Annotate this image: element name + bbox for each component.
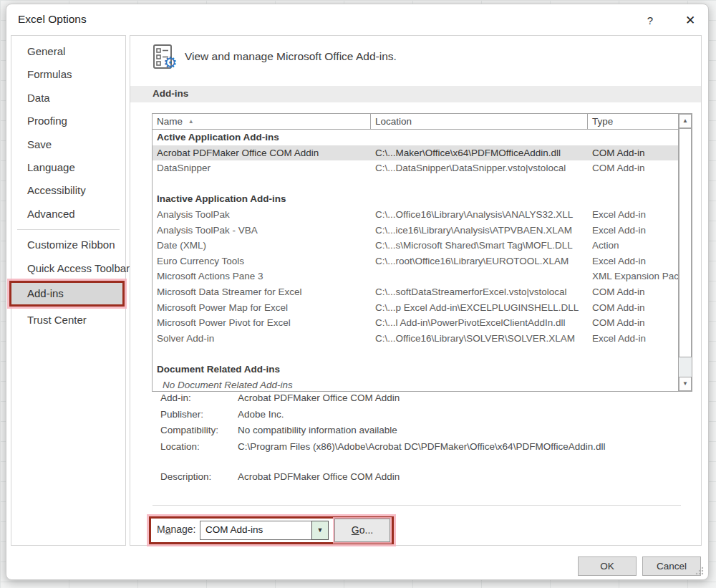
sidebar-item-addins[interactable]: Add-ins	[9, 281, 125, 307]
sidebar-item-addins-wrap: Add-ins	[11, 281, 125, 308]
cell-location: C:\...s\Microsoft Shared\Smart Tag\MOFL.…	[375, 238, 586, 254]
cell-name: Microsoft Power Map for Excel	[157, 300, 369, 316]
cell-type: COM Add-in	[592, 284, 678, 300]
manage-label: Manage:	[157, 524, 196, 535]
group-label: Active Application Add-ins	[157, 130, 369, 145]
sidebar-item-formulas[interactable]: Formulas	[11, 63, 125, 86]
addins-section-bar: Add-ins	[130, 86, 701, 102]
cell-location: C:\...Office16\Library\SOLVER\SOLVER.XLA…	[375, 331, 586, 347]
column-header-location[interactable]: Location	[371, 114, 588, 129]
gear-icon: ⚙	[163, 55, 178, 71]
detail-value: Acrobat PDFMaker Office COM Addin	[238, 390, 400, 407]
detail-row-publisher: Publisher: Adobe Inc.	[130, 407, 701, 423]
group-row: Active Application Add-ins	[153, 130, 678, 145]
scrollbar-down-icon[interactable]: ▼	[679, 377, 692, 391]
sidebar-item-quick-access-toolbar[interactable]: Quick Access Toolbar	[11, 257, 125, 280]
manage-dropdown-value: COM Add-ins	[205, 524, 263, 535]
cell-type: Excel Add-in	[592, 331, 678, 347]
cell-type: COM Add-in	[592, 160, 678, 176]
manage-label-pre: M	[157, 524, 165, 535]
cell-name: Microsoft Data Streamer for Excel	[157, 284, 369, 300]
cell-name: Acrobat PDFMaker Office COM Addin	[157, 145, 369, 161]
manage-separator	[153, 505, 681, 506]
table-row[interactable]: Analysis ToolPak C:\...Office16\Library\…	[153, 207, 678, 223]
manage-label-post: nage:	[170, 524, 195, 535]
table-scrollbar[interactable]: ▲ ▼	[678, 114, 692, 391]
table-row[interactable]: Analysis ToolPak - VBA C:\...ice16\Libra…	[153, 223, 678, 238]
sidebar-divider	[17, 229, 120, 230]
scrollbar-thumb[interactable]	[679, 128, 692, 357]
table-row[interactable]: Date (XML) C:\...s\Microsoft Shared\Smar…	[153, 238, 678, 254]
ok-button[interactable]: OK	[578, 556, 637, 576]
detail-value: Acrobat PDFMaker Office COM Addin	[238, 469, 400, 486]
table-row[interactable]: Microsoft Power Map for Excel C:\...p Ex…	[153, 300, 678, 316]
cell-type: XML Expansion Pack	[592, 269, 678, 284]
cell-name: Analysis ToolPak	[157, 207, 369, 223]
sidebar-item-data[interactable]: Data	[11, 87, 125, 110]
detail-row-description: Description: Acrobat PDFMaker Office COM…	[130, 469, 701, 486]
sidebar-item-proofing[interactable]: Proofing	[11, 110, 125, 132]
resize-grip[interactable]	[695, 566, 704, 575]
cell-type: Excel Add-in	[592, 207, 678, 223]
cell-location: C:\...Maker\Office\x64\PDFMOfficeAddin.d…	[375, 145, 586, 161]
blank-row	[153, 176, 678, 192]
page-header: ⚙ View and manage Microsoft Office Add-i…	[130, 36, 701, 86]
sidebar: General Formulas Data Proofing Save Lang…	[11, 35, 126, 546]
table-body: Active Application Add-ins Acrobat PDFMa…	[153, 130, 678, 391]
table-row[interactable]: Solver Add-in C:\...Office16\Library\SOL…	[153, 331, 678, 347]
detail-row-compatibility: Compatibility: No compatibility informat…	[130, 423, 701, 439]
cancel-button[interactable]: Cancel	[642, 556, 701, 576]
column-location-label: Location	[375, 116, 412, 127]
go-accel: G	[352, 524, 359, 536]
detail-label: Compatibility:	[160, 423, 218, 439]
cell-name: Analysis ToolPak - VBA	[157, 223, 369, 238]
detail-label: Description:	[160, 469, 211, 486]
cell-name: Solver Add-in	[157, 331, 369, 347]
table-row[interactable]: Euro Currency Tools C:\...root\Office16\…	[153, 254, 678, 269]
sidebar-item-save[interactable]: Save	[11, 133, 125, 156]
addins-section-title: Add-ins	[153, 88, 188, 99]
detail-label: Publisher:	[160, 407, 203, 423]
column-header-type[interactable]: Type	[588, 114, 679, 129]
table-row[interactable]: DataSnipper C:\...DataSnipper\DataSnippe…	[153, 160, 678, 176]
detail-value: C:\Program Files (x86)\Adobe\Acrobat DC\…	[238, 439, 605, 456]
column-name-label: Name	[157, 116, 183, 127]
cell-location: C:\...p Excel Add-in\EXCELPLUGINSHELL.DL…	[375, 300, 586, 316]
sidebar-item-trust-center[interactable]: Trust Center	[11, 309, 125, 332]
sidebar-item-customize-ribbon[interactable]: Customize Ribbon	[11, 233, 125, 256]
group-row: Document Related Add-ins	[153, 362, 678, 377]
chevron-down-icon[interactable]: ▼	[311, 521, 329, 540]
sidebar-item-general[interactable]: General	[11, 40, 125, 63]
cell-type: COM Add-in	[592, 315, 678, 331]
sidebar-item-advanced[interactable]: Advanced	[11, 203, 125, 226]
cell-type: Excel Add-in	[592, 254, 678, 269]
dialog-title: Excel Options	[18, 13, 87, 26]
manage-dropdown[interactable]: COM Add-ins ▼	[200, 521, 329, 540]
table-header: Name ▲ Location Type	[153, 114, 678, 130]
detail-value: Adobe Inc.	[238, 407, 284, 423]
manage-annotation-box: Manage: COM Add-ins ▼ Go...	[149, 516, 394, 544]
sidebar-item-accessibility[interactable]: Accessibility	[11, 179, 125, 202]
scrollbar-up-icon[interactable]: ▲	[679, 114, 692, 128]
close-icon[interactable]: ✕	[678, 11, 702, 31]
sidebar-item-language[interactable]: Language	[11, 156, 125, 179]
empty-note-row: No Document Related Add-ins	[153, 377, 678, 392]
group-row: Inactive Application Add-ins	[153, 191, 678, 207]
cell-name: DataSnipper	[157, 160, 369, 176]
excel-options-dialog: Excel Options ? ✕ General Formulas Data …	[6, 4, 709, 580]
group-label: Inactive Application Add-ins	[157, 191, 369, 207]
table-row[interactable]: Microsoft Actions Pane 3 XML Expansion P…	[153, 269, 678, 284]
cell-name: Date (XML)	[157, 238, 369, 254]
help-icon[interactable]: ?	[639, 11, 661, 30]
empty-note-label: No Document Related Add-ins	[163, 377, 374, 392]
column-header-name[interactable]: Name ▲	[153, 114, 371, 129]
table-row[interactable]: Microsoft Data Streamer for Excel C:\...…	[153, 284, 678, 300]
cell-name: Euro Currency Tools	[157, 254, 369, 269]
table-row[interactable]: Acrobat PDFMaker Office COM Addin C:\...…	[153, 145, 678, 161]
cell-location: C:\...DataSnipper\DataSnipper.vsto|vstol…	[375, 160, 586, 176]
detail-label: Add-in:	[160, 390, 191, 407]
go-button[interactable]: Go...	[334, 519, 390, 542]
column-type-label: Type	[592, 116, 613, 127]
table-row[interactable]: Microsoft Power Pivot for Excel C:\...l …	[153, 315, 678, 331]
detail-value: No compatibility information available	[238, 423, 397, 439]
